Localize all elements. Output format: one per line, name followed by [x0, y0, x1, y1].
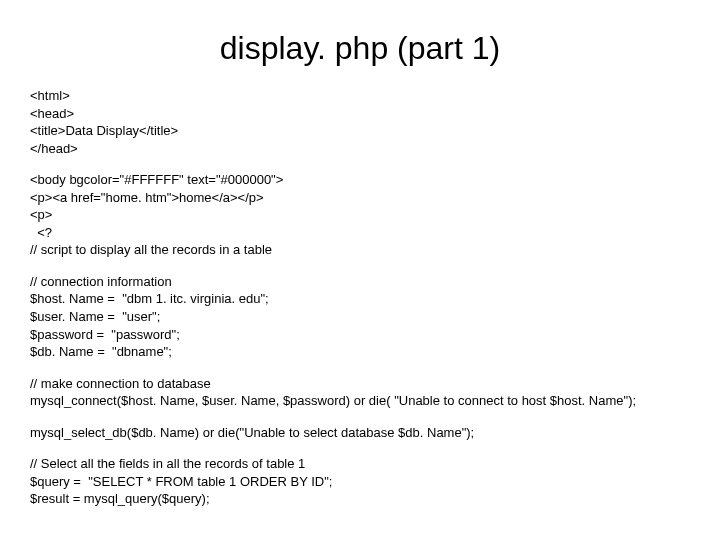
spacer — [30, 157, 690, 171]
code-block-3: // connection information $host. Name = … — [30, 273, 690, 361]
code-block-4: // make connection to database mysql_con… — [30, 375, 690, 410]
code-block-1: <html> <head> <title>Data Display</title… — [30, 87, 690, 157]
slide-title: display. php (part 1) — [30, 30, 690, 67]
spacer — [30, 441, 690, 455]
code-block-2: <body bgcolor="#FFFFFF" text="#000000"> … — [30, 171, 690, 259]
spacer — [30, 259, 690, 273]
code-block-5: mysql_select_db($db. Name) or die("Unabl… — [30, 424, 690, 442]
spacer — [30, 361, 690, 375]
slide-container: display. php (part 1) <html> <head> <tit… — [0, 0, 720, 528]
code-block-6: // Select all the fields in all the reco… — [30, 455, 690, 508]
spacer — [30, 410, 690, 424]
